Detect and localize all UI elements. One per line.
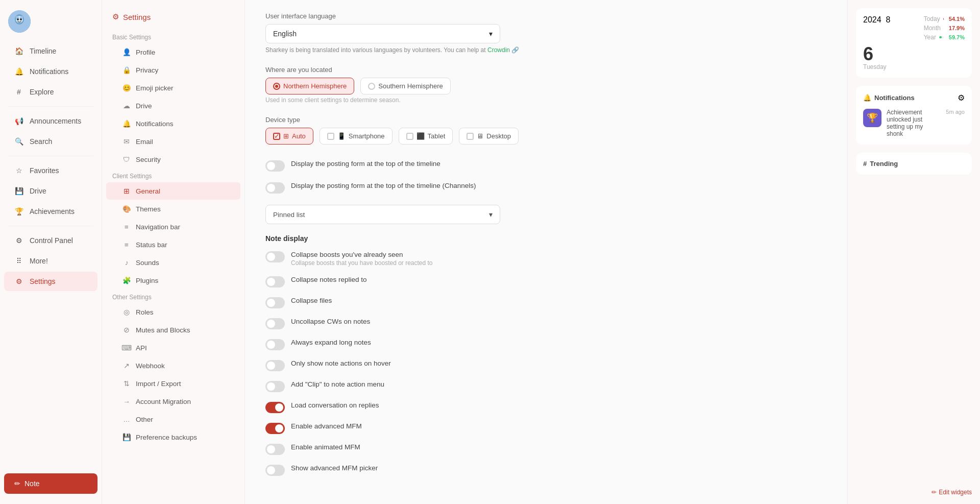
settings-item-plugins[interactable]: 🧩 Plugins — [106, 272, 240, 289]
settings-item-account-migration[interactable]: → Account Migration — [106, 393, 240, 410]
collapse-notes-replied-row: Collapse notes replied to — [265, 273, 827, 291]
crowdin-link[interactable]: Crowdin — [487, 46, 510, 54]
settings-item-webhook[interactable]: ↗ Webhook — [106, 357, 240, 374]
posting-form-top-toggle[interactable] — [265, 160, 285, 172]
southern-radio-dot — [368, 83, 375, 90]
stats-header: 2024 8 Today 54.1% Month — [863, 15, 965, 41]
pinned-list-select[interactable]: Pinned list ▾ — [265, 205, 500, 224]
sidebar-item-more[interactable]: ⠿ More! — [4, 251, 97, 271]
show-advanced-mfm-picker-toggle[interactable] — [265, 465, 285, 476]
collapse-boosts-labels: Collapse boosts you've already seen Coll… — [291, 251, 433, 267]
auto-checkbox: ✓ — [273, 133, 280, 140]
sidebar-item-settings[interactable]: ⚙ Settings — [4, 272, 97, 291]
month-label: Month — [924, 25, 941, 32]
enable-animated-mfm-toggle[interactable] — [265, 444, 285, 455]
hash-icon: # — [14, 87, 23, 97]
settings-notif-icon[interactable]: ⚙ — [958, 93, 965, 103]
settings-item-sounds[interactable]: ♪ Sounds — [106, 254, 240, 271]
posting-form-top-row: Display the posting form at the top of t… — [265, 157, 827, 175]
settings-item-api[interactable]: ⌨ API — [106, 339, 240, 356]
bell-widget-icon: 🔔 — [863, 94, 871, 102]
svg-point-5 — [17, 18, 19, 20]
client-settings-title: Client Settings — [102, 169, 244, 182]
nav-divider-2 — [8, 156, 93, 156]
migrate-icon: → — [122, 397, 131, 405]
collapse-notes-replied-toggle[interactable] — [265, 276, 285, 287]
only-show-note-actions-toggle[interactable] — [265, 360, 285, 371]
bell-sm-icon: 🔔 — [122, 119, 131, 128]
notification-item: 🏆 Achievement unlocked just setting up m… — [863, 109, 965, 137]
cloud-icon: ☁ — [122, 102, 131, 110]
device-desktop-option[interactable]: 🖥 Desktop — [459, 128, 519, 145]
location-hint: Used in some client settings to determin… — [265, 97, 827, 104]
sidebar-item-drive[interactable]: 💾 Drive — [4, 181, 97, 201]
language-select[interactable]: English ▾ — [265, 24, 500, 43]
note-button-area: ✏ Note — [0, 469, 102, 498]
settings-item-emoji-picker[interactable]: 😊 Emoji picker — [106, 79, 240, 97]
sidebar-item-favorites[interactable]: ☆ Favorites — [4, 161, 97, 180]
trending-title: # Trending — [863, 160, 965, 167]
device-auto-option[interactable]: ✓ ⊞ Auto — [265, 128, 313, 145]
device-type-radio-group: ✓ ⊞ Auto 📱 Smartphone ⬛ Tablet 🖥 — [265, 128, 827, 145]
sidebar-item-notifications[interactable]: 🔔 Notifications — [4, 62, 97, 81]
sidebar-item-controlpanel[interactable]: ⚙ Control Panel — [4, 231, 97, 250]
settings-gear-icon: ⚙ — [112, 12, 119, 21]
bell-icon: 🔔 — [14, 67, 23, 76]
device-type-label: Device type — [265, 116, 827, 124]
hash-trending-icon: # — [863, 160, 867, 167]
collapse-files-toggle[interactable] — [265, 297, 285, 308]
add-clip-toggle[interactable] — [265, 381, 285, 392]
settings-item-general[interactable]: ⊞ General — [106, 182, 240, 200]
desktop-icon: 🖥 — [477, 132, 483, 140]
settings-item-navigation-bar[interactable]: ≡ Navigation bar — [106, 218, 240, 235]
lock-icon: 🔒 — [122, 66, 131, 74]
device-smartphone-option[interactable]: 📱 Smartphone — [320, 128, 393, 145]
notif-time: 5m ago — [946, 109, 965, 115]
sidebar-item-timeline[interactable]: 🏠 Timeline — [4, 41, 97, 61]
sidebar-item-achievements[interactable]: 🏆 Achievements — [4, 202, 97, 221]
main-area: ⚙ Settings Basic Settings 👤 Profile 🔒 Pr… — [102, 0, 980, 504]
settings-item-import-export[interactable]: ⇅ Import / Export — [106, 375, 240, 392]
settings-item-drive[interactable]: ☁ Drive — [106, 97, 240, 114]
always-expand-long-toggle[interactable] — [265, 339, 285, 350]
settings-item-roles[interactable]: ◎ Roles — [106, 303, 240, 321]
collapse-boosts-row: Collapse boosts you've already seen Coll… — [265, 248, 827, 270]
note-button[interactable]: ✏ Note — [4, 473, 97, 494]
smartphone-checkbox — [327, 133, 334, 140]
language-label: User interface language — [265, 12, 827, 20]
southern-hemisphere-option[interactable]: Southern Hemisphere — [360, 78, 450, 94]
notifications-widget-header: 🔔 Notifications ⚙ — [863, 93, 965, 103]
edit-widgets-button[interactable]: ✏ Edit widgets — [856, 489, 972, 496]
content-area: User interface language English ▾ Sharke… — [245, 0, 847, 504]
notif-content: Achievement unlocked just setting up my … — [887, 109, 941, 137]
note-display-title: Note display — [265, 234, 827, 243]
location-radio-group: Northern Hemisphere Southern Hemisphere — [265, 78, 827, 94]
northern-hemisphere-option[interactable]: Northern Hemisphere — [265, 78, 354, 94]
device-tablet-option[interactable]: ⬛ Tablet — [399, 128, 453, 145]
settings-item-other[interactable]: … Other — [106, 411, 240, 428]
settings-item-privacy[interactable]: 🔒 Privacy — [106, 61, 240, 79]
settings-item-status-bar[interactable]: ≡ Status bar — [106, 236, 240, 253]
enable-advanced-mfm-toggle[interactable] — [265, 423, 285, 434]
collapse-boosts-toggle[interactable] — [265, 251, 285, 262]
desktop-checkbox — [467, 133, 474, 140]
settings-item-mutes-blocks[interactable]: ⊘ Mutes and Blocks — [106, 321, 240, 339]
settings-item-security[interactable]: 🛡 Security — [106, 151, 240, 168]
sidebar-item-explore[interactable]: # Explore — [4, 82, 97, 102]
tablet-icon: ⬛ — [416, 132, 425, 140]
sidebar-item-announcements[interactable]: 📢 Announcements — [4, 111, 97, 131]
email-icon: ✉ — [122, 137, 131, 146]
load-conversation-toggle[interactable] — [265, 402, 285, 413]
settings-item-themes[interactable]: 🎨 Themes — [106, 200, 240, 218]
settings-item-preference-backups[interactable]: 💾 Preference backups — [106, 428, 240, 446]
show-advanced-mfm-picker-row: Show advanced MFM picker — [265, 461, 827, 479]
uncollapse-cws-toggle[interactable] — [265, 318, 285, 329]
auto-device-icon: ⊞ — [283, 132, 289, 140]
posting-form-channels-toggle[interactable] — [265, 182, 285, 194]
settings-item-email[interactable]: ✉ Email — [106, 133, 240, 150]
avatar[interactable] — [8, 10, 31, 33]
settings-item-notifications-basic[interactable]: 🔔 Notifications — [106, 115, 240, 132]
today-metric: Today 54.1% — [924, 15, 965, 22]
sidebar-item-search[interactable]: 🔍 Search — [4, 132, 97, 151]
settings-item-profile[interactable]: 👤 Profile — [106, 43, 240, 61]
